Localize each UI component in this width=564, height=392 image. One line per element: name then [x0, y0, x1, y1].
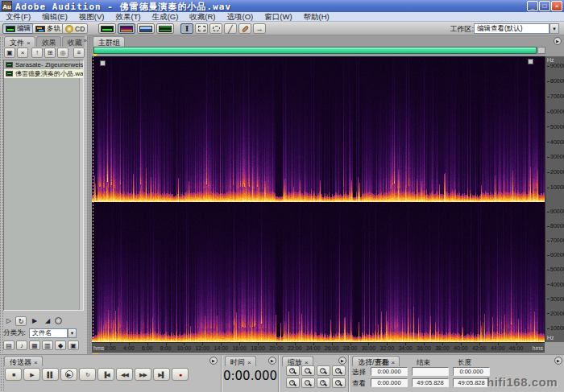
lasso-tool[interactable]	[209, 23, 222, 34]
waveform-display-button[interactable]	[98, 23, 116, 34]
value-field[interactable]: 49:05.828	[453, 378, 490, 387]
go-to-start-button[interactable]: ▐◀	[97, 368, 114, 381]
phase-display-button[interactable]	[156, 23, 174, 34]
sort-dropdown-arrow[interactable]: ▼	[68, 328, 77, 338]
zoom-selection-right-button[interactable]: +	[332, 378, 346, 388]
marquee-tool[interactable]	[195, 23, 208, 34]
paintbrush-tool[interactable]: ╱	[224, 23, 237, 34]
file-list-scrollbar[interactable]	[79, 60, 83, 310]
spectral-indicator-left[interactable]	[100, 60, 106, 66]
menu-item-6[interactable]: 选项(O)	[222, 12, 259, 22]
close-file-button[interactable]: ×	[17, 47, 28, 58]
menu-item-0[interactable]: 文件(F)	[0, 12, 36, 22]
spectral-display-button[interactable]	[118, 23, 135, 34]
workspace-dropdown[interactable]: 编辑查看(默认)	[474, 23, 549, 34]
autoplay-icon[interactable]: ▷	[3, 316, 15, 326]
go-to-end-button[interactable]: ▶▌	[153, 368, 170, 381]
tab-time[interactable]: 时间×	[225, 356, 256, 366]
zoom-to-selection-button[interactable]: +	[332, 365, 346, 376]
zoom-out-full-button[interactable]: −	[317, 365, 330, 376]
pan-display-button[interactable]	[137, 23, 155, 34]
tab-效果[interactable]: 效果	[36, 36, 61, 47]
zoom-in-vertical-button[interactable]: +	[286, 378, 300, 388]
record-button[interactable]: ●	[172, 368, 189, 381]
frequency-ruler[interactable]: Hz90000800007000060000500004000030000200…	[545, 56, 564, 342]
play-button[interactable]: ▶	[23, 368, 40, 381]
zoom-menu-button[interactable]: ▶	[338, 357, 346, 365]
multitrack-view-button[interactable]: 多轨	[32, 23, 64, 34]
file-filter-button-4[interactable]: ▥	[42, 340, 53, 350]
cd-view-button[interactable]: CD	[62, 23, 88, 34]
file-filter-button-1[interactable]: ▤	[3, 340, 15, 350]
panel-grip[interactable]	[87, 37, 90, 353]
close-icon[interactable]: ×	[392, 359, 396, 366]
time-menu-button[interactable]: ▶	[268, 357, 276, 365]
overview-bar[interactable]	[93, 47, 537, 54]
file-item[interactable]: Sarasate- Zigeunerweisen.wav	[4, 60, 83, 69]
panel-options-button[interactable]: ≡	[73, 47, 85, 58]
maximize-button[interactable]: □	[539, 1, 550, 11]
close-icon[interactable]: ×	[247, 359, 251, 366]
value-field[interactable]: 0:00.000	[371, 367, 408, 376]
close-button[interactable]: ×	[551, 1, 562, 11]
time-selection-tool[interactable]: I	[180, 23, 193, 34]
import-file-button[interactable]: ▣	[4, 47, 15, 58]
spectral-indicator-right[interactable]	[528, 59, 533, 64]
close-icon[interactable]: ×	[34, 359, 38, 366]
selection-menu-button[interactable]: ▶	[554, 357, 562, 365]
healing-brush-tool[interactable]	[238, 23, 251, 34]
tab-transport[interactable]: 传送器×	[4, 356, 43, 366]
insert-cd-button[interactable]: ◎	[57, 47, 68, 58]
fast-forward-button[interactable]: ▶▶	[135, 368, 151, 381]
freq-tick: 30000	[547, 154, 564, 159]
menu-item-8[interactable]: 帮助(H)	[298, 12, 335, 22]
preview-level-dial[interactable]: 0	[55, 316, 66, 326]
menu-item-4[interactable]: 生成(G)	[147, 12, 185, 22]
value-field[interactable]: 49:05.828	[412, 378, 449, 387]
minimize-button[interactable]: _	[527, 1, 538, 11]
time-tick: 28:00	[342, 344, 359, 349]
overview-bar-cap[interactable]	[537, 47, 545, 54]
rewind-button[interactable]: ◀◀	[116, 368, 133, 381]
loop-preview-button[interactable]: ↻	[15, 316, 27, 326]
insert-multitrack-button[interactable]: ⊞	[44, 47, 56, 58]
file-filter-button-6[interactable]: ▣	[68, 340, 79, 350]
menu-item-5[interactable]: 收藏(R)	[184, 12, 221, 22]
stop-button[interactable]: ■	[5, 368, 22, 381]
play-from-cursor-button[interactable]: ▶	[60, 368, 77, 381]
transport-menu-button[interactable]: ▶	[209, 357, 218, 365]
menu-item-1[interactable]: 编辑(E)	[36, 12, 73, 22]
preview-volume-slider[interactable]: ◢	[42, 316, 53, 326]
file-item[interactable]: 佛雷德曼演奏的小品.wav	[4, 69, 83, 78]
menu-item-3[interactable]: 效果(T)	[110, 12, 146, 22]
file-filter-button-5[interactable]: ◆	[55, 340, 66, 350]
tab-main-group[interactable]: 主群组	[93, 36, 125, 47]
file-filter-button-3[interactable]: ▦	[29, 340, 40, 350]
preview-play-button[interactable]: ▶	[29, 316, 40, 326]
workspace-dropdown-arrow[interactable]: ▼	[549, 23, 559, 34]
value-field[interactable]: 0:00.000	[453, 367, 490, 376]
menu-item-7[interactable]: 窗口(W)	[259, 12, 297, 22]
zoom-out-vertical-button[interactable]: −	[301, 378, 315, 388]
close-icon[interactable]: ×	[27, 39, 31, 47]
menu-item-2[interactable]: 视图(V)	[73, 12, 110, 22]
file-name: 佛雷德曼演奏的小品.wav	[15, 70, 83, 77]
value-field[interactable]: 0:00.000	[371, 378, 408, 387]
edit-view-button[interactable]: 编辑	[2, 23, 34, 34]
tab-收藏[interactable]: 收藏	[62, 36, 85, 47]
value-field[interactable]	[412, 367, 449, 376]
edit-file-button[interactable]: ↑	[31, 47, 43, 58]
sort-dropdown[interactable]: 文件名	[29, 328, 68, 338]
zoom-out-horizontal-button[interactable]: −	[301, 365, 315, 376]
tab-文件[interactable]: 文件×	[4, 36, 35, 47]
zoom-selection-left-button[interactable]: +	[317, 378, 330, 388]
zoom-in-horizontal-button[interactable]: +	[286, 365, 300, 376]
timeline-ruler[interactable]: hms hms 2:004:006:008:0010:0012:0014:001…	[92, 342, 545, 353]
phase-display-icon	[159, 26, 172, 32]
pause-button[interactable]: ▌▌	[42, 368, 59, 381]
file-filter-button-2[interactable]: ♪	[16, 340, 27, 350]
loop-play-button[interactable]: ↻	[79, 368, 96, 381]
spectrogram-canvas[interactable]	[92, 56, 545, 342]
main-panel-menu-button[interactable]: ▶	[554, 37, 562, 45]
scrub-tool[interactable]: →	[253, 23, 266, 34]
